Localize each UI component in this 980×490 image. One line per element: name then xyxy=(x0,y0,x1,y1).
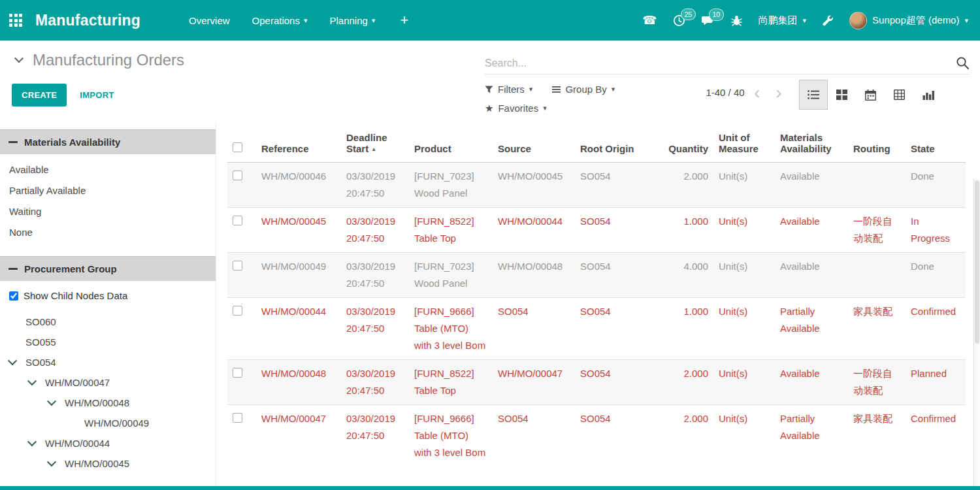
filter-none[interactable]: None xyxy=(0,222,216,243)
col-header-root-origin[interactable]: Root Origin xyxy=(575,123,659,163)
cell-quantity: 2.000 xyxy=(659,163,713,208)
activities-clock-icon[interactable]: 25 xyxy=(673,14,685,27)
section-title: Procurement Group xyxy=(24,263,117,274)
view-switcher-list[interactable] xyxy=(799,80,828,110)
view-switcher-graph[interactable] xyxy=(914,80,943,110)
create-button[interactable]: CREATE xyxy=(12,84,67,106)
tree-node[interactable]: WH/MO/00045 xyxy=(0,453,216,474)
tree-node[interactable]: WH/MO/00049 xyxy=(0,413,216,433)
menu-operations[interactable]: Operations▾ xyxy=(252,15,308,26)
col-header-deadline-start[interactable]: Deadline Start▲ xyxy=(341,123,409,163)
sidebar-section-procurement-group[interactable]: Procurement Group xyxy=(0,256,216,281)
select-all-checkbox[interactable] xyxy=(233,142,242,152)
cell-quantity: 1.000 xyxy=(659,208,713,253)
cell-source: SO054 xyxy=(493,405,575,467)
cell-root_origin: SO054 xyxy=(575,253,659,298)
row-checkbox[interactable] xyxy=(233,413,242,423)
cell-state: Confirmed xyxy=(906,298,966,360)
messages-icon[interactable]: 10 xyxy=(701,14,715,26)
tree-node[interactable]: SO055 xyxy=(0,332,216,352)
row-checkbox[interactable] xyxy=(233,306,242,316)
view-switcher-kanban[interactable] xyxy=(828,80,857,110)
show-child-nodes-option[interactable]: Show Child Nodes Data xyxy=(0,281,216,304)
cell-uom: Unit(s) xyxy=(713,253,775,298)
control-panel: Manufacturing Orders CREATE IMPORT Filte… xyxy=(0,41,980,123)
show-child-nodes-checkbox[interactable] xyxy=(9,291,18,301)
pager-next-button[interactable]: › xyxy=(768,80,789,106)
filter-waiting[interactable]: Waiting xyxy=(0,201,216,222)
col-header-product[interactable]: Product xyxy=(409,123,493,163)
calendar-view-icon xyxy=(865,90,876,101)
table-row[interactable]: WH/MO/0004703/30/2019 20:47:50[FURN_9666… xyxy=(227,405,966,467)
filter-available[interactable]: Available xyxy=(0,159,216,180)
orders-table: Reference Deadline Start▲ Product Source… xyxy=(227,123,966,466)
col-header-routing[interactable]: Routing xyxy=(848,123,906,163)
filters-label: Filters xyxy=(498,84,525,95)
group-by-menu[interactable]: Group By ▾ xyxy=(552,84,615,95)
sidebar-section-materials-availability[interactable]: Materials Availability xyxy=(0,129,216,154)
apps-menu-icon[interactable] xyxy=(9,14,22,27)
tree-node[interactable]: SO060 xyxy=(0,312,216,332)
col-header-source[interactable]: Source xyxy=(493,123,575,163)
menu-operations-label: Operations xyxy=(252,15,300,26)
tree-node-label: WH/MO/00049 xyxy=(84,413,149,433)
company-switcher[interactable]: 尚鹏集团 ▾ xyxy=(759,14,807,27)
col-header-quantity[interactable]: Quantity xyxy=(659,123,713,163)
phone-icon[interactable]: ☎ xyxy=(642,14,657,26)
chevron-down-icon[interactable] xyxy=(8,356,17,365)
breadcrumb-toggle-chevron-icon[interactable] xyxy=(14,54,24,63)
table-row[interactable]: WH/MO/0004503/30/2019 20:47:50[FURN_8522… xyxy=(227,208,966,253)
collapse-minus-icon xyxy=(8,268,18,270)
tree-node-label: SO055 xyxy=(25,332,56,352)
bug-icon[interactable] xyxy=(730,14,743,27)
chevron-down-icon[interactable] xyxy=(47,397,56,406)
favorites-label: Favorites xyxy=(498,103,538,114)
cell-routing: 家具装配 xyxy=(848,405,906,467)
table-row[interactable]: WH/MO/0004903/30/2019 20:47:50[FURN_7023… xyxy=(227,253,966,298)
cell-availability: Available xyxy=(775,253,848,298)
chevron-down-icon[interactable] xyxy=(27,376,37,385)
view-switcher-calendar[interactable] xyxy=(857,80,885,110)
cell-state: Confirmed xyxy=(906,405,966,467)
cell-product: [FURN_8522] Table Top xyxy=(409,208,493,253)
tree-node[interactable]: SO054 xyxy=(0,352,216,372)
activity-count-badge: 25 xyxy=(681,8,696,21)
user-menu[interactable]: Sunpop超管 (demo) ▾ xyxy=(849,12,968,29)
bottom-accent-bar xyxy=(0,486,980,490)
tree-node[interactable]: WH/MO/00047 xyxy=(0,372,216,393)
row-checkbox[interactable] xyxy=(233,261,242,270)
table-row[interactable]: WH/MO/0004603/30/2019 20:47:50[FURN_7023… xyxy=(227,163,966,208)
search-input[interactable] xyxy=(485,57,956,69)
scrollbar-thumb[interactable] xyxy=(975,180,979,344)
col-header-reference[interactable]: Reference xyxy=(256,123,341,163)
favorites-menu[interactable]: ★ Favorites ▾ xyxy=(485,103,547,114)
col-header-materials-availability[interactable]: Materials Availability xyxy=(775,123,848,163)
tree-node[interactable]: WH/MO/00048 xyxy=(0,393,216,413)
row-checkbox[interactable] xyxy=(233,171,242,180)
cell-uom: Unit(s) xyxy=(713,405,775,467)
add-menu-button[interactable]: + xyxy=(400,12,408,29)
view-switcher-pivot[interactable] xyxy=(885,80,914,110)
filters-menu[interactable]: Filters ▾ xyxy=(485,84,532,95)
wrench-icon[interactable] xyxy=(822,14,834,26)
app-title[interactable]: Manufacturing xyxy=(35,12,140,29)
pager-previous-button[interactable]: ‹ xyxy=(746,80,768,106)
chevron-down-icon[interactable] xyxy=(47,457,56,466)
table-row[interactable]: WH/MO/0004403/30/2019 20:47:50[FURN_9666… xyxy=(227,298,966,360)
col-header-unit-of-measure[interactable]: Unit of Measure xyxy=(713,123,775,163)
filter-partially-available[interactable]: Partially Available xyxy=(0,180,216,201)
import-button[interactable]: IMPORT xyxy=(78,84,115,106)
search-icon[interactable] xyxy=(956,56,970,70)
table-row[interactable]: WH/MO/0004803/30/2019 20:47:50[FURN_8522… xyxy=(227,360,966,405)
col-header-state[interactable]: State xyxy=(906,123,966,163)
tree-node[interactable]: WH/MO/00044 xyxy=(0,433,216,453)
menu-planning[interactable]: Planning▾ xyxy=(329,15,375,26)
chevron-down-icon[interactable] xyxy=(27,437,37,446)
cell-deadline: 03/30/2019 20:47:50 xyxy=(341,163,409,208)
row-checkbox[interactable] xyxy=(233,216,242,225)
page-title: Manufacturing Orders xyxy=(33,51,184,69)
vertical-scrollbar[interactable] xyxy=(973,179,980,486)
pivot-view-icon xyxy=(894,90,905,100)
menu-overview[interactable]: Overview xyxy=(189,15,230,26)
row-checkbox[interactable] xyxy=(233,368,242,378)
